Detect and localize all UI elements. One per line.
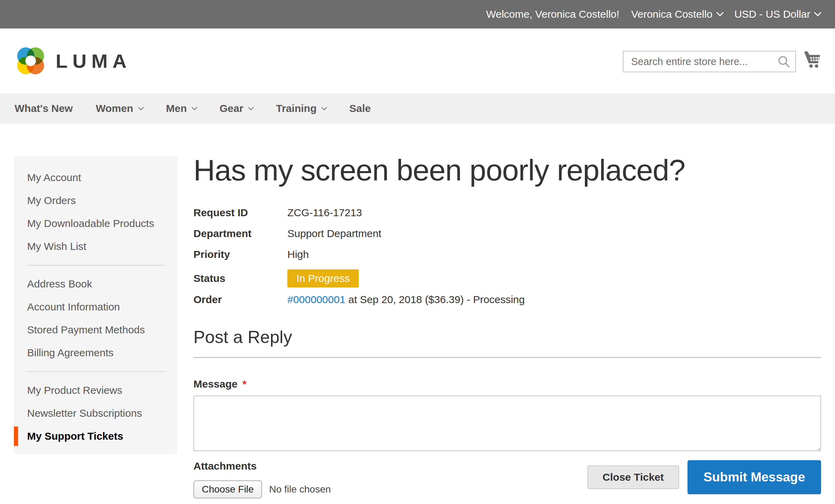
nav-item-label: Training: [276, 103, 317, 114]
nav-item-label: What's New: [15, 103, 73, 114]
account-sidebar: My Account My Orders My Downloadable Pro…: [14, 156, 177, 454]
choose-file-button[interactable]: Choose File: [193, 480, 262, 498]
currency-menu[interactable]: USD - US Dollar: [734, 8, 820, 20]
file-input-row: Choose File No file chosen: [193, 480, 331, 498]
sidebar-item-my-wish-list[interactable]: My Wish List: [14, 235, 177, 258]
nav-item-label: Women: [96, 103, 133, 114]
nav-item-men[interactable]: Men: [166, 103, 197, 114]
detail-label: Department: [193, 228, 287, 239]
detail-label: Priority: [193, 249, 287, 260]
order-summary-text: at Sep 20, 2018 ($36.39) - Processing: [345, 294, 525, 305]
priority-value: High: [287, 249, 309, 260]
detail-label: Order: [193, 294, 287, 306]
page-title: Has my screen been poorly replaced?: [193, 153, 821, 187]
store-logo[interactable]: LUMA: [15, 45, 132, 77]
nav-item-women[interactable]: Women: [96, 103, 143, 114]
submit-message-button[interactable]: Submit Message: [687, 460, 821, 494]
sidebar-item-account-information[interactable]: Account Information: [14, 295, 177, 318]
message-label-row: Message*: [193, 378, 821, 390]
sidebar-divider: [27, 371, 165, 372]
nav-item-sale[interactable]: Sale: [349, 103, 371, 114]
sidebar-item-my-product-reviews[interactable]: My Product Reviews: [14, 379, 177, 402]
nav-item-label: Men: [166, 103, 187, 114]
search-box: [623, 51, 796, 72]
nav-item-label: Sale: [349, 103, 371, 114]
department-value: Support Department: [287, 228, 381, 239]
ticket-content: Has my screen been poorly replaced? Requ…: [193, 153, 821, 498]
account-menu-label: Veronica Costello: [631, 8, 712, 20]
nav-item-whats-new[interactable]: What's New: [15, 103, 73, 114]
chevron-down-icon: [321, 105, 327, 111]
sidebar-item-stored-payment-methods[interactable]: Stored Payment Methods: [14, 318, 177, 341]
account-menu[interactable]: Veronica Costello: [631, 8, 722, 20]
detail-label: Request ID: [193, 207, 287, 219]
detail-label: Status: [193, 273, 287, 284]
chevron-down-icon: [191, 105, 197, 111]
sidebar-item-my-downloadable-products[interactable]: My Downloadable Products: [14, 212, 177, 235]
order-value: #000000001 at Sep 20, 2018 ($36.39) - Pr…: [287, 294, 525, 306]
sidebar-item-my-support-tickets[interactable]: My Support Tickets: [14, 425, 177, 448]
detail-row-status: Status In Progress: [193, 269, 821, 287]
detail-row-priority: Priority High: [193, 249, 821, 260]
order-link[interactable]: #000000001: [287, 294, 345, 305]
top-panel: Welcome, Veronica Costello! Veronica Cos…: [0, 0, 835, 29]
attachments-block: Attachments Choose File No file chosen: [193, 460, 331, 498]
main-area: My Account My Orders My Downloadable Pro…: [0, 124, 835, 504]
message-textarea[interactable]: [193, 396, 821, 451]
required-asterisk: *: [242, 378, 247, 390]
chevron-down-icon: [248, 105, 254, 111]
sidebar-item-my-account[interactable]: My Account: [14, 166, 177, 189]
nav-item-label: Gear: [220, 103, 243, 114]
nav-item-gear[interactable]: Gear: [220, 103, 253, 114]
action-buttons: Close Ticket Submit Message: [587, 460, 821, 494]
sidebar-divider: [27, 265, 165, 266]
message-label: Message: [193, 378, 238, 390]
currency-menu-label: USD - US Dollar: [734, 8, 810, 20]
chevron-down-icon: [814, 9, 821, 16]
main-navigation: What's New Women Men Gear Training Sale: [0, 93, 835, 124]
form-footer: Attachments Choose File No file chosen C…: [193, 460, 821, 498]
attachments-label: Attachments: [193, 460, 331, 472]
post-reply-heading: Post a Reply: [193, 327, 821, 347]
status-badge: In Progress: [287, 269, 359, 287]
section-divider: [193, 357, 821, 358]
detail-row-request-id: Request ID ZCG-116-17213: [193, 207, 821, 219]
chevron-down-icon: [716, 9, 724, 16]
sidebar-item-address-book[interactable]: Address Book: [14, 273, 177, 295]
sidebar-item-my-orders[interactable]: My Orders: [14, 189, 177, 212]
detail-row-department: Department Support Department: [193, 228, 821, 239]
detail-row-order: Order #000000001 at Sep 20, 2018 ($36.39…: [193, 294, 821, 306]
chevron-down-icon: [138, 105, 144, 111]
sidebar-item-newsletter-subscriptions[interactable]: Newsletter Subscriptions: [14, 402, 177, 425]
request-id-value: ZCG-116-17213: [287, 207, 362, 219]
cart-icon[interactable]: [802, 49, 822, 70]
nav-item-training[interactable]: Training: [276, 103, 326, 114]
welcome-message: Welcome, Veronica Costello!: [486, 8, 619, 20]
search-icon[interactable]: [777, 55, 790, 68]
luma-logo-icon: [15, 45, 47, 77]
file-chosen-status: No file chosen: [269, 484, 331, 495]
sidebar-item-billing-agreements[interactable]: Billing Agreements: [14, 341, 177, 364]
close-ticket-button[interactable]: Close Ticket: [587, 465, 679, 489]
logo-text: LUMA: [56, 50, 132, 72]
header: LUMA: [0, 29, 835, 93]
search-input[interactable]: [623, 51, 796, 72]
